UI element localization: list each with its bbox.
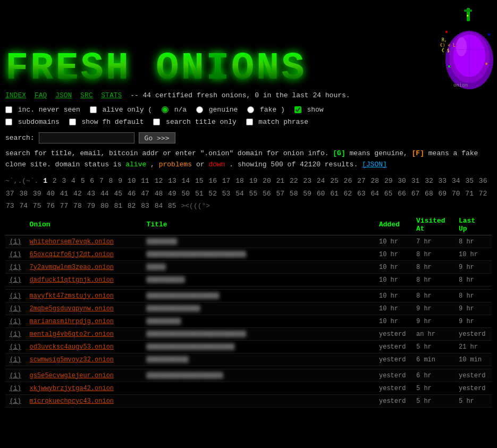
page-link-42[interactable]: 42	[73, 190, 82, 198]
radio-fake-label[interactable]: fake )	[247, 106, 289, 114]
page-link-43[interactable]: 43	[87, 190, 96, 198]
page-link-23[interactable]: 23	[303, 177, 311, 185]
page-link-4[interactable]: 4	[71, 177, 75, 185]
page-link-76[interactable]: 76	[46, 202, 55, 210]
onion-link[interactable]: mentalg4vb6qto2r.onion	[30, 331, 114, 338]
page-link-69[interactable]: 69	[439, 190, 447, 198]
page-link-70[interactable]: 70	[452, 190, 460, 198]
page-link-75[interactable]: 75	[33, 202, 41, 210]
page-link-55[interactable]: 55	[249, 190, 258, 198]
page-link-27[interactable]: 27	[357, 177, 366, 185]
nav-index[interactable]: INDEX	[5, 91, 26, 99]
page-link-57[interactable]: 57	[276, 190, 284, 198]
page-link-67[interactable]: 67	[411, 190, 420, 198]
page-link-73[interactable]: 73	[6, 202, 14, 210]
page-link-34[interactable]: 34	[452, 177, 460, 185]
page-link-40[interactable]: 40	[46, 190, 55, 198]
onion-link[interactable]: micrqkuechpcyc43.onion	[30, 398, 114, 405]
onion-link[interactable]: dadfuck11qttgnjk.onion	[30, 276, 114, 284]
page-link-6[interactable]: 6	[90, 177, 94, 185]
onion-link[interactable]: 2mqbe5gsduvqpynw.onion	[30, 305, 114, 312]
page-link-56[interactable]: 56	[263, 190, 271, 198]
search-title-checkbox[interactable]	[153, 119, 160, 125]
nav-stats[interactable]: STATS	[101, 91, 122, 99]
onion-link[interactable]: od3uvcksc4augv53.onion	[30, 343, 114, 351]
search-input[interactable]	[39, 132, 134, 143]
search-title-label[interactable]: search title only	[153, 118, 240, 126]
info-link[interactable]: (i)	[10, 318, 21, 325]
radio-genuine[interactable]	[196, 106, 203, 113]
page-link-11[interactable]: 11	[141, 177, 149, 185]
page-link-35[interactable]: 35	[465, 177, 474, 185]
page-link-32[interactable]: 32	[425, 177, 433, 185]
page-link-71[interactable]: 71	[465, 190, 474, 198]
show-fh-label[interactable]: show fh default	[69, 118, 148, 126]
page-link-24[interactable]: 24	[317, 177, 325, 185]
page-link-38[interactable]: 38	[19, 190, 28, 198]
radio-fake[interactable]	[247, 106, 254, 113]
match-phrase-checkbox[interactable]	[246, 119, 253, 125]
page-link-72[interactable]: 72	[479, 190, 487, 198]
page-link-74[interactable]: 74	[19, 202, 28, 210]
nav-faq[interactable]: FAQ	[35, 91, 47, 99]
page-link-30[interactable]: 30	[398, 177, 406, 185]
page-link-15[interactable]: 15	[195, 177, 204, 185]
page-link-54[interactable]: 54	[235, 190, 244, 198]
page-link-16[interactable]: 16	[208, 177, 217, 185]
page-link-3[interactable]: 3	[62, 177, 66, 185]
page-link-64[interactable]: 64	[370, 190, 379, 198]
info-link[interactable]: (i)	[10, 276, 21, 284]
onion-link[interactable]: gs5e5ecvwgiejeur.onion	[30, 372, 114, 379]
json-results-link[interactable]: [JSON]	[362, 160, 387, 168]
page-link-48[interactable]: 48	[155, 190, 163, 198]
onion-link[interactable]: mayyfkt47zmstujy.onion	[30, 292, 114, 300]
page-link-18[interactable]: 18	[235, 177, 244, 185]
radio-na[interactable]	[162, 106, 169, 113]
page-link-59[interactable]: 59	[303, 190, 311, 198]
page-link-47[interactable]: 47	[141, 190, 149, 198]
page-link-20[interactable]: 20	[263, 177, 271, 185]
page-link-26[interactable]: 26	[344, 177, 352, 185]
nav-src[interactable]: SRC	[80, 91, 92, 99]
page-link-84[interactable]: 84	[155, 202, 163, 210]
page-link-50[interactable]: 50	[181, 190, 190, 198]
info-link[interactable]: (i)	[10, 385, 21, 392]
info-link[interactable]: (i)	[10, 305, 21, 312]
page-link-2[interactable]: 2	[53, 177, 57, 185]
search-button[interactable]: Go >>>	[139, 132, 175, 143]
page-link-19[interactable]: 19	[249, 177, 258, 185]
nav-json[interactable]: JSON	[55, 91, 72, 99]
page-link-63[interactable]: 63	[357, 190, 366, 198]
alive-only-label[interactable]: alive only (	[90, 106, 156, 114]
page-link-58[interactable]: 58	[290, 190, 298, 198]
page-link-22[interactable]: 22	[290, 177, 298, 185]
alive-only-checkbox[interactable]	[90, 106, 97, 113]
info-link[interactable]: (i)	[10, 398, 21, 405]
page-link-83[interactable]: 83	[141, 202, 149, 210]
page-link-82[interactable]: 82	[128, 202, 136, 210]
page-link-17[interactable]: 17	[222, 177, 231, 185]
onion-link[interactable]: xkjwwybrzjytga42.onion	[30, 385, 114, 392]
onion-link[interactable]: 65oxcqizfo6jj2dt.onion	[30, 251, 114, 258]
show-fh-checkbox[interactable]	[69, 119, 76, 125]
info-link[interactable]: (i)	[10, 356, 21, 364]
page-link-79[interactable]: 79	[87, 202, 96, 210]
page-link-68[interactable]: 68	[425, 190, 433, 198]
subdomains-label[interactable]: subdomains	[5, 118, 64, 126]
show-checkbox[interactable]	[294, 106, 301, 113]
page-link-78[interactable]: 78	[73, 202, 82, 210]
page-link-85[interactable]: 85	[168, 202, 176, 210]
info-link[interactable]: (i)	[10, 343, 21, 351]
onion-link[interactable]: scwmwsig5mvoyz32.onion	[30, 356, 114, 364]
page-link-51[interactable]: 51	[195, 190, 204, 198]
page-link-44[interactable]: 44	[100, 190, 109, 198]
info-link[interactable]: (i)	[10, 292, 21, 300]
info-link[interactable]: (i)	[10, 251, 21, 258]
page-link-37[interactable]: 37	[6, 190, 14, 198]
page-link-36[interactable]: 36	[479, 177, 487, 185]
page-link-53[interactable]: 53	[222, 190, 231, 198]
page-link-8[interactable]: 8	[109, 177, 113, 185]
page-link-52[interactable]: 52	[208, 190, 217, 198]
page-link-12[interactable]: 12	[155, 177, 163, 185]
page-link-21[interactable]: 21	[276, 177, 285, 185]
